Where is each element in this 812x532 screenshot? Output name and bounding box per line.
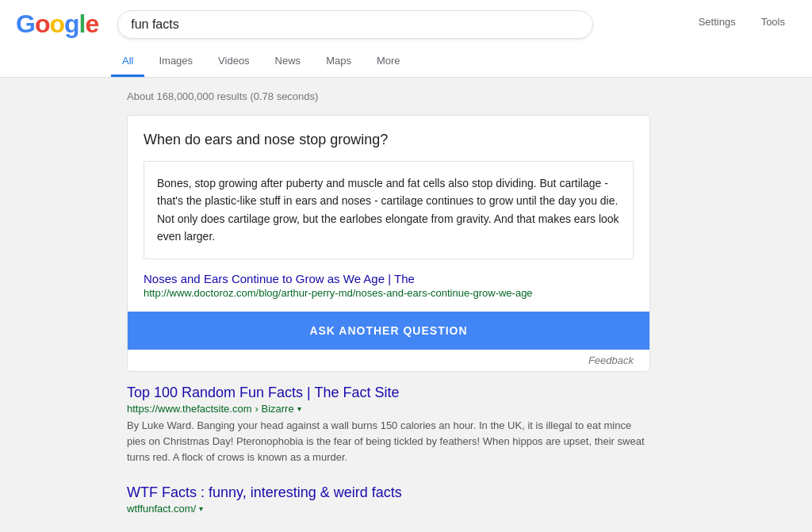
logo-letter-l: l (79, 10, 86, 39)
google-logo[interactable]: Google (16, 10, 98, 39)
logo-letter-g: G (16, 10, 35, 39)
tab-maps[interactable]: Maps (315, 47, 362, 77)
header-top: Google Se (16, 8, 796, 47)
search-result-1: Top 100 Random Fun Facts | The Fact Site… (127, 385, 650, 465)
featured-snippet: When do ears and nose stop growing? Bone… (127, 115, 650, 372)
tab-videos[interactable]: Videos (207, 47, 261, 77)
main-content: About 168,000,000 results (0.78 seconds)… (0, 78, 812, 532)
snippet-question: When do ears and nose stop growing? (144, 132, 634, 148)
result-url-1: https://www.thefactsite.com (127, 403, 252, 415)
result-breadcrumb-1: › Bizarre (255, 403, 294, 415)
tab-news[interactable]: News (264, 47, 312, 77)
search-bar (117, 10, 593, 39)
logo-letter-e: e (85, 10, 98, 39)
result-title-2[interactable]: WTF Facts : funny, interesting & weird f… (127, 484, 650, 501)
result-url-2: wtffunfact.com/ (127, 503, 196, 515)
logo-letter-o2: o (49, 10, 64, 39)
search-input[interactable] (131, 17, 570, 32)
tab-all[interactable]: All (111, 47, 144, 77)
result-snippet-1: By Luke Ward. Banging your head against … (127, 418, 650, 465)
tab-tools[interactable]: Tools (750, 8, 796, 36)
result-url-row-2: wtffunfact.com/ ▾ (127, 503, 650, 515)
feedback-text[interactable]: Feedback (144, 350, 634, 371)
snippet-body: Bones, stop growing after puberty and mu… (144, 161, 634, 259)
logo-letter-o1: o (35, 10, 50, 39)
snippet-link-title[interactable]: Noses and Ears Continue to Grow as We Ag… (144, 272, 634, 285)
search-result-2: WTF Facts : funny, interesting & weird f… (127, 484, 650, 515)
tab-settings[interactable]: Settings (688, 8, 747, 36)
result-url-row-1: https://www.thefactsite.com › Bizarre ▾ (127, 403, 650, 415)
dropdown-arrow-2[interactable]: ▾ (199, 504, 203, 513)
ask-another-button[interactable]: ASK ANOTHER QUESTION (128, 312, 649, 350)
result-title-1[interactable]: Top 100 Random Fun Facts | The Fact Site (127, 385, 650, 401)
nav-right: Settings Tools (688, 8, 796, 40)
results-count: About 168,000,000 results (0.78 seconds) (127, 90, 685, 102)
tab-images[interactable]: Images (147, 47, 204, 77)
nav-tabs: All Images Videos News Maps More (111, 47, 796, 77)
dropdown-arrow-1[interactable]: ▾ (297, 404, 301, 413)
tab-more[interactable]: More (366, 47, 412, 77)
header: Google Se (0, 0, 812, 78)
snippet-url: http://www.doctoroz.com/blog/arthur-perr… (144, 287, 634, 299)
logo-letter-g2: g (64, 10, 79, 39)
search-icons (570, 18, 580, 31)
